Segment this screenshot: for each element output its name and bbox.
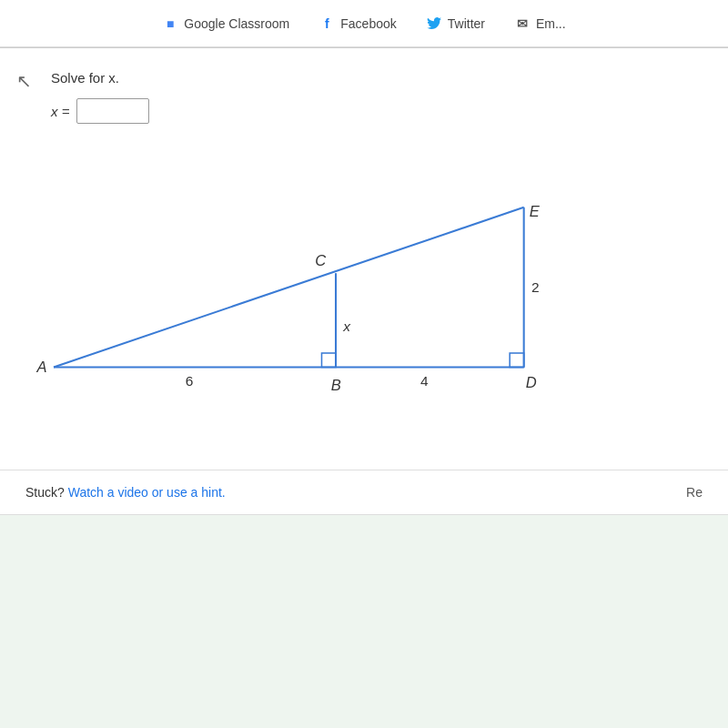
hint-link[interactable]: Watch a video or use a hint. — [68, 485, 226, 500]
facebook-label: Facebook — [340, 16, 396, 31]
twitter-icon — [426, 15, 442, 32]
diagram-container: A B C D E 6 4 2 x — [25, 142, 703, 451]
hint-area: Stuck? Watch a video or use a hint. Re — [0, 470, 728, 514]
report-label: Re — [686, 485, 703, 500]
email-label: Em... — [536, 16, 566, 31]
bottom-area — [0, 515, 728, 728]
main-content: ↖ Solve for x. x = — [0, 48, 728, 470]
google-classroom-icon: ■ — [162, 15, 178, 32]
email-link[interactable]: ✉ Em... — [514, 15, 566, 32]
point-c-label: C — [315, 252, 327, 269]
point-d-label: D — [526, 374, 537, 391]
segment-ab-label: 6 — [186, 373, 194, 389]
point-a-label: A — [35, 359, 46, 376]
x-input-row: x = — [51, 98, 703, 124]
segment-cb-label: x — [342, 318, 351, 334]
stuck-label: Stuck? — [25, 485, 65, 500]
facebook-icon: f — [318, 15, 335, 32]
geometry-diagram: A B C D E 6 4 2 x — [25, 142, 703, 451]
point-b-label: B — [331, 377, 341, 394]
x-equals-label: x = — [51, 104, 69, 119]
svg-line-1 — [54, 207, 524, 368]
x-answer-input[interactable] — [76, 98, 149, 124]
svg-rect-5 — [510, 353, 524, 368]
problem-instruction: Solve for x. — [51, 70, 703, 86]
top-bar: ■ Google Classroom f Facebook Twitter ✉ … — [0, 0, 728, 47]
google-classroom-label: Google Classroom — [184, 16, 289, 31]
problem-area: ↖ Solve for x. x = — [0, 48, 728, 470]
twitter-label: Twitter — [448, 16, 485, 31]
cursor-icon: ↖ — [16, 70, 32, 92]
facebook-link[interactable]: f Facebook — [318, 15, 396, 32]
twitter-link[interactable]: Twitter — [426, 15, 485, 32]
hint-text: Stuck? Watch a video or use a hint. — [25, 485, 226, 500]
segment-bd-label: 4 — [420, 373, 429, 389]
point-e-label: E — [530, 203, 541, 220]
email-icon: ✉ — [514, 15, 531, 32]
segment-de-label: 2 — [531, 279, 540, 295]
svg-rect-4 — [322, 353, 337, 368]
google-classroom-link[interactable]: ■ Google Classroom — [162, 15, 289, 32]
